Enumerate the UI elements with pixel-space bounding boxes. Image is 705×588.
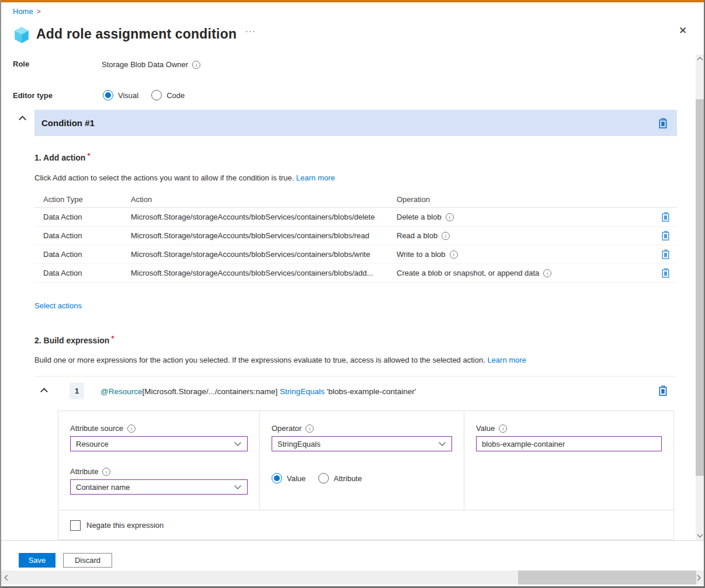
condition-title: Condition #1 xyxy=(41,118,95,128)
attribute-source-value: Resource xyxy=(76,440,109,448)
title-row: Add role assignment condition xyxy=(14,23,237,45)
horizontal-scrollbar-thumb[interactable] xyxy=(518,570,696,584)
operator-dropdown[interactable]: StringEquals xyxy=(272,436,452,451)
operator-label-row: Operator i xyxy=(272,424,452,433)
horizontal-scrollbar[interactable] xyxy=(1,570,704,584)
expression-operator-token: StringEquals xyxy=(280,387,325,396)
info-icon[interactable]: i xyxy=(446,213,454,221)
expression-index-badge: 1 xyxy=(70,382,84,399)
more-options-icon[interactable]: ··· xyxy=(245,26,256,36)
breadcrumb: Home> xyxy=(13,7,41,16)
top-accent-bar xyxy=(1,0,704,2)
chevron-down-icon xyxy=(234,441,242,447)
actions-table: Action Type Action Operation Data Action… xyxy=(34,191,677,283)
breadcrumb-home-link[interactable]: Home xyxy=(13,7,33,16)
value-label-row: Value i xyxy=(476,424,662,433)
attribute-source-dropdown[interactable]: Resource xyxy=(70,436,248,451)
expression-summary: @Resource[Microsoft.Storage/.../containe… xyxy=(100,387,416,396)
resource-cube-icon xyxy=(14,27,29,45)
expression-divider xyxy=(34,376,677,377)
visual-radio-label: Visual xyxy=(118,91,138,100)
discard-button[interactable]: Discard xyxy=(63,553,112,568)
vertical-scrollbar-thumb[interactable] xyxy=(696,99,704,476)
attribute-value: Container name xyxy=(76,483,130,492)
value-radio[interactable] xyxy=(272,473,282,483)
table-row: Data Action Microsoft.Storage/storageAcc… xyxy=(34,245,677,264)
attribute-source-label-row: Attribute source i xyxy=(70,424,248,433)
scroll-up-icon[interactable] xyxy=(697,57,703,63)
info-icon[interactable]: i xyxy=(543,269,551,277)
scroll-left-icon[interactable] xyxy=(5,575,11,580)
attribute-radio[interactable] xyxy=(318,473,329,483)
value-kind-radio-group: Value Attribute xyxy=(272,473,452,483)
operator-value: StringEquals xyxy=(277,440,321,448)
delete-action-icon[interactable] xyxy=(661,231,677,241)
select-actions-link[interactable]: Select actions xyxy=(34,301,82,310)
info-icon[interactable]: i xyxy=(127,425,136,433)
editor-type-radio-group: Visual Code xyxy=(103,90,193,100)
close-icon[interactable]: ✕ xyxy=(679,25,687,37)
value-column: Value i xyxy=(464,411,673,510)
add-role-assignment-condition-page: Home> Add role assignment condition ··· … xyxy=(0,0,705,588)
scroll-down-icon[interactable] xyxy=(697,532,703,538)
info-icon[interactable]: i xyxy=(499,425,507,433)
required-asterisk: * xyxy=(87,151,90,160)
action-cell: Microsoft.Storage/storageAccounts/blobSe… xyxy=(131,213,397,221)
attribute-dropdown[interactable]: Container name xyxy=(70,479,248,495)
table-row: Data Action Microsoft.Storage/storageAcc… xyxy=(34,227,677,245)
info-icon[interactable]: i xyxy=(102,468,110,476)
actions-table-header: Action Type Action Operation xyxy=(34,191,677,208)
role-value-text: Storage Blob Data Owner xyxy=(102,60,188,69)
add-action-heading-text: 1. Add action xyxy=(34,153,85,162)
expression-collapse-icon[interactable] xyxy=(40,388,48,395)
delete-condition-icon[interactable] xyxy=(658,118,668,128)
build-expression-heading-text: 2. Build expression xyxy=(34,336,109,345)
action-cell: Microsoft.Storage/storageAccounts/blobSe… xyxy=(131,231,397,240)
action-type-cell: Data Action xyxy=(34,231,131,240)
role-label: Role xyxy=(13,60,29,68)
negate-checkbox[interactable] xyxy=(70,520,81,531)
info-icon[interactable]: i xyxy=(442,232,450,240)
breadcrumb-separator-icon: > xyxy=(37,8,41,16)
operation-cell: Write to a blob xyxy=(397,250,446,259)
table-row: Data Action Microsoft.Storage/storageAcc… xyxy=(34,208,677,227)
delete-action-icon[interactable] xyxy=(661,249,677,259)
operator-label: Operator xyxy=(272,424,301,433)
value-radio-label: Value xyxy=(287,474,305,483)
visual-radio[interactable] xyxy=(103,90,113,100)
delete-action-icon[interactable] xyxy=(661,212,677,222)
chevron-down-icon xyxy=(234,485,242,490)
attribute-source-label: Attribute source xyxy=(70,424,123,433)
condition-collapse-icon[interactable] xyxy=(19,116,26,123)
operation-cell: Create a blob or snapshot, or append dat… xyxy=(397,269,539,277)
action-type-cell: Data Action xyxy=(34,213,131,221)
save-button[interactable]: Save xyxy=(19,553,55,568)
build-expression-description-text: Build one or more expressions for the ac… xyxy=(34,356,485,364)
build-expression-learn-more-link[interactable]: Learn more xyxy=(487,356,526,364)
operator-column: Operator i StringEquals Value Attribute xyxy=(259,411,464,510)
delete-expression-icon[interactable] xyxy=(658,385,668,396)
action-cell: Microsoft.Storage/storageAccounts/blobSe… xyxy=(131,250,397,259)
add-action-learn-more-link[interactable]: Learn more xyxy=(296,173,335,182)
role-value: Storage Blob Data Owner i xyxy=(102,60,200,69)
add-action-description: Click Add action to select the actions y… xyxy=(34,173,335,182)
action-cell: Microsoft.Storage/storageAccounts/blobSe… xyxy=(131,269,397,277)
operation-cell: Delete a blob xyxy=(397,213,442,221)
info-icon[interactable]: i xyxy=(192,61,200,69)
expression-builder-panel: Attribute source i Resource Attribute i … xyxy=(58,410,674,540)
col-action-type: Action Type xyxy=(34,195,131,204)
delete-action-icon[interactable] xyxy=(661,268,677,278)
value-input[interactable] xyxy=(476,436,662,451)
condition-header-bar[interactable]: Condition #1 xyxy=(34,110,677,136)
add-action-description-text: Click Add action to select the actions y… xyxy=(34,173,294,182)
info-icon[interactable]: i xyxy=(450,250,458,259)
vertical-scrollbar[interactable] xyxy=(696,54,704,540)
info-icon[interactable]: i xyxy=(305,425,314,433)
editor-type-label: Editor type xyxy=(13,91,53,100)
action-type-cell: Data Action xyxy=(34,250,131,259)
chevron-down-icon xyxy=(438,441,446,447)
col-operation: Operation xyxy=(397,195,654,204)
footer-bar: Save Discard xyxy=(1,540,704,570)
expression-path-token: [Microsoft.Storage/.../containers:name] xyxy=(142,387,277,396)
code-radio[interactable] xyxy=(151,90,162,100)
